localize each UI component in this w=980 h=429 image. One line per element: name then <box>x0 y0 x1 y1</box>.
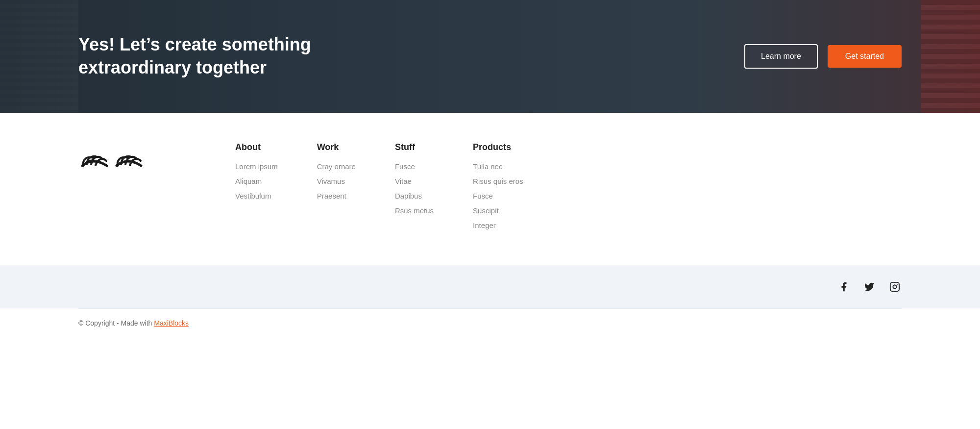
list-item: Fusce <box>395 162 434 171</box>
footer-link[interactable]: Lorem ipsum <box>235 162 278 171</box>
list-item: Rsus metus <box>395 206 434 215</box>
footer-col-stuff: Stuff Fusce Vitae Dapibus Rsus metus <box>395 142 434 236</box>
facebook-icon[interactable] <box>837 280 851 294</box>
footer-link[interactable]: Vivamus <box>317 177 345 185</box>
footer-link[interactable]: Risus quis eros <box>473 177 523 185</box>
footer-col-products-list: Tulla nec Risus quis eros Fusce Suscipit… <box>473 162 523 230</box>
footer-link[interactable]: Cray ornare <box>317 162 356 171</box>
footer-col-work-heading: Work <box>317 142 356 152</box>
footer-link[interactable]: Aliquam <box>235 177 262 185</box>
hero-title: Yes! Let’s create something extraordinar… <box>78 33 323 79</box>
footer-col-stuff-heading: Stuff <box>395 142 434 152</box>
footer-link[interactable]: Tulla nec <box>473 162 502 171</box>
list-item: Integer <box>473 221 523 230</box>
list-item: Vivamus <box>317 177 356 186</box>
footer-logo <box>78 142 216 177</box>
footer-link[interactable]: Vitae <box>395 177 412 185</box>
learn-more-button[interactable]: Learn more <box>744 44 818 69</box>
list-item: Vestibulum <box>235 192 278 201</box>
social-icons <box>837 280 902 294</box>
footer-col-about-list: Lorem ipsum Aliquam Vestibulum <box>235 162 278 201</box>
footer-nav-links: About Lorem ipsum Aliquam Vestibulum Wor… <box>235 142 902 236</box>
maxiblocks-link[interactable]: MaxiBlocks <box>154 319 189 327</box>
list-item: Suscipit <box>473 206 523 215</box>
footer-link[interactable]: Vestibulum <box>235 192 271 200</box>
copyright-prefix: © Copyright - Made with <box>78 319 154 327</box>
footer-link[interactable]: Fusce <box>473 192 493 200</box>
svg-rect-0 <box>890 282 899 291</box>
list-item: Dapibus <box>395 192 434 201</box>
footer-link[interactable]: Rsus metus <box>395 206 434 215</box>
footer-col-work: Work Cray ornare Vivamus Praesent <box>317 142 356 236</box>
footer-nav-section: About Lorem ipsum Aliquam Vestibulum Wor… <box>0 113 980 265</box>
list-item: Vitae <box>395 177 434 186</box>
footer-link[interactable]: Suscipit <box>473 206 499 215</box>
list-item: Fusce <box>473 192 523 201</box>
hero-section: Yes! Let’s create something extraordinar… <box>0 0 980 113</box>
twitter-icon[interactable] <box>862 280 876 294</box>
list-item: Praesent <box>317 192 356 201</box>
footer-bottom-bar <box>0 265 980 308</box>
get-started-button[interactable]: Get started <box>828 45 902 68</box>
footer-col-stuff-list: Fusce Vitae Dapibus Rsus metus <box>395 162 434 215</box>
copyright-text: © Copyright - Made with MaxiBlocks <box>78 319 189 327</box>
footer-copyright: © Copyright - Made with MaxiBlocks <box>0 309 980 337</box>
footer-col-products-heading: Products <box>473 142 523 152</box>
hero-content: Yes! Let’s create something extraordinar… <box>0 33 980 79</box>
list-item: Tulla nec <box>473 162 523 171</box>
footer-col-about-heading: About <box>235 142 278 152</box>
footer-link[interactable]: Praesent <box>317 192 346 200</box>
list-item: Risus quis eros <box>473 177 523 186</box>
footer-link[interactable]: Fusce <box>395 162 415 171</box>
list-item: Cray ornare <box>317 162 356 171</box>
instagram-icon[interactable] <box>888 280 902 294</box>
footer-col-products: Products Tulla nec Risus quis eros Fusce… <box>473 142 523 236</box>
footer-link[interactable]: Dapibus <box>395 192 422 200</box>
footer-col-work-list: Cray ornare Vivamus Praesent <box>317 162 356 201</box>
footer-col-about: About Lorem ipsum Aliquam Vestibulum <box>235 142 278 236</box>
list-item: Lorem ipsum <box>235 162 278 171</box>
list-item: Aliquam <box>235 177 278 186</box>
hero-buttons: Learn more Get started <box>744 44 902 69</box>
logo-icon <box>78 147 157 177</box>
footer-link[interactable]: Integer <box>473 221 496 229</box>
